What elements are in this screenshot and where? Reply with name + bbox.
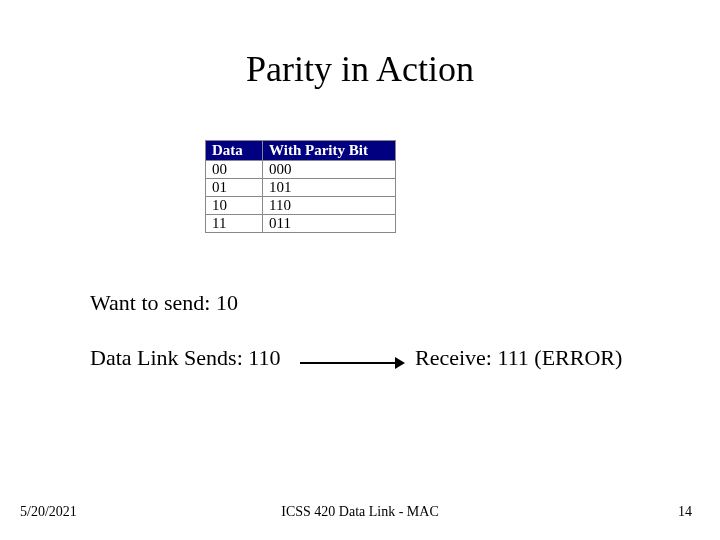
want-to-send-text: Want to send: 10	[90, 290, 238, 316]
cell-parity: 110	[263, 197, 396, 215]
table-header-data: Data	[206, 141, 263, 161]
cell-data: 00	[206, 161, 263, 179]
table-header-row: Data With Parity Bit	[206, 141, 396, 161]
data-link-sends-text: Data Link Sends: 110	[90, 345, 280, 371]
receive-text: Receive: 111 (ERROR)	[415, 345, 622, 371]
parity-table: Data With Parity Bit 00 000 01 101 10 11…	[205, 140, 396, 233]
table-row: 01 101	[206, 179, 396, 197]
cell-parity: 011	[263, 215, 396, 233]
slide: Parity in Action Data With Parity Bit 00…	[0, 0, 720, 540]
table-row: 11 011	[206, 215, 396, 233]
table-header-parity: With Parity Bit	[263, 141, 396, 161]
cell-data: 10	[206, 197, 263, 215]
table-row: 10 110	[206, 197, 396, 215]
cell-parity: 101	[263, 179, 396, 197]
cell-data: 01	[206, 179, 263, 197]
slide-title: Parity in Action	[0, 48, 720, 90]
footer-center: ICSS 420 Data Link - MAC	[0, 504, 720, 520]
arrow-head-icon	[395, 357, 405, 369]
footer-page-number: 14	[678, 504, 692, 520]
arrow-icon	[300, 357, 406, 369]
cell-data: 11	[206, 215, 263, 233]
arrow-line	[300, 362, 396, 364]
cell-parity: 000	[263, 161, 396, 179]
table-row: 00 000	[206, 161, 396, 179]
